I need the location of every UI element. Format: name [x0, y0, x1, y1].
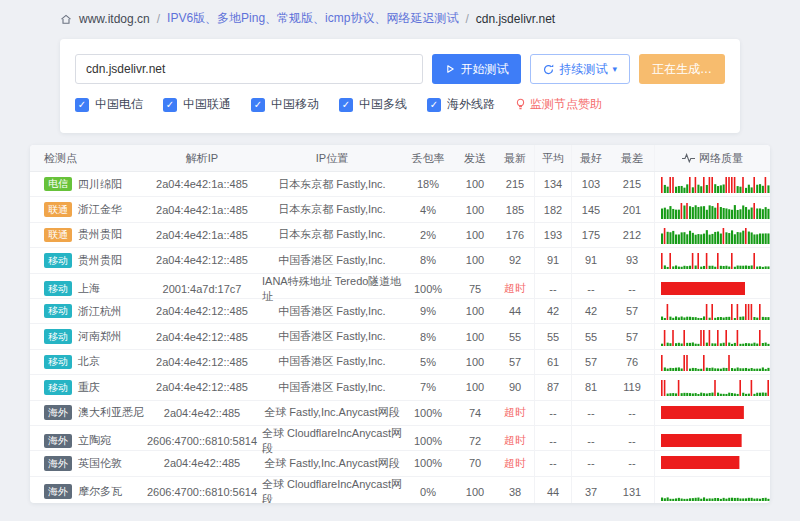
cell-network-quality	[654, 299, 770, 323]
cell-resolved-ip: 2a04:4e42:12::485	[142, 248, 262, 272]
cell-sent: 100	[454, 299, 496, 323]
header-network-quality: 网络质量	[654, 145, 770, 171]
table-header-row: 检测点 解析IP IP位置 丢包率 发送 最新 平均 最好 最差 网络质量	[30, 145, 770, 172]
breadcrumb-site-link[interactable]: www.itdog.cn	[79, 12, 150, 26]
lightbulb-icon	[515, 98, 526, 111]
cell-latest: 38	[496, 477, 534, 503]
cell-node: 联通 浙江金华	[30, 197, 142, 221]
cell-node: 海外 摩尔多瓦	[30, 477, 142, 503]
cell-ip-location: 全球 Fastly,Inc.Anycast网段	[262, 401, 402, 425]
cell-best: 175	[572, 223, 610, 247]
cell-loss-rate: 0%	[402, 477, 454, 503]
table-row: 海外 英国伦敦 2a04:4e42::485 全球 Fastly,Inc.Any…	[30, 451, 770, 476]
cell-worst: 215	[610, 172, 654, 196]
generating-button[interactable]: 正在生成…	[639, 54, 725, 84]
header-average: 平均	[534, 145, 572, 171]
host-input[interactable]	[75, 54, 423, 84]
header-sent: 发送	[454, 145, 496, 171]
checkbox-checked-icon: ✓	[251, 98, 265, 112]
cell-best: 42	[572, 299, 610, 323]
table-body: 电信 四川绵阳 2a04:4e42:1a::485 日本东京都 Fastly,I…	[30, 172, 770, 502]
cell-node: 移动 河南郑州	[30, 324, 142, 348]
cell-best: 37	[572, 477, 610, 503]
location-label: 浙江金华	[78, 202, 122, 217]
quality-sparkline	[661, 201, 770, 219]
cell-network-quality	[654, 248, 770, 272]
filter-checkbox[interactable]: ✓ 中国联通	[163, 96, 231, 113]
location-label: 四川绵阳	[78, 177, 122, 192]
cell-network-quality	[654, 477, 770, 503]
cell-loss-rate: 5%	[402, 350, 454, 374]
cell-loss-rate: 2%	[402, 223, 454, 247]
filter-checkbox[interactable]: ✓ 中国电信	[75, 96, 143, 113]
cell-average: 182	[534, 197, 572, 221]
cell-worst: 201	[610, 197, 654, 221]
checkbox-checked-icon: ✓	[163, 98, 177, 112]
cell-best: 91	[572, 248, 610, 272]
cell-average: 44	[534, 477, 572, 503]
cell-node: 移动 重庆	[30, 375, 142, 399]
quality-sparkline	[661, 251, 770, 269]
carrier-badge: 海外	[44, 456, 72, 471]
breadcrumb-separator: /	[465, 12, 468, 26]
cell-latest: 215	[496, 172, 534, 196]
carrier-badge: 海外	[44, 434, 72, 449]
filter-checkbox[interactable]: ✓ 海外线路	[427, 96, 495, 113]
cell-worst: 57	[610, 324, 654, 348]
location-label: 立陶宛	[78, 433, 111, 448]
cell-network-quality	[654, 350, 770, 374]
quality-sparkline	[661, 175, 770, 193]
cell-worst: --	[610, 451, 654, 475]
results-table-card: 检测点 解析IP IP位置 丢包率 发送 最新 平均 最好 最差 网络质量 电信…	[30, 145, 770, 503]
cell-resolved-ip: 2a04:4e42:1a::485	[142, 172, 262, 196]
activity-icon	[682, 153, 695, 163]
cell-resolved-ip: 2a04:4e42:12::485	[142, 324, 262, 348]
breadcrumb-section-link[interactable]: IPV6版、多地Ping、常规版、icmp协议、网络延迟测试	[167, 10, 458, 27]
cell-loss-rate: 8%	[402, 248, 454, 272]
header-resolved-ip: 解析IP	[142, 145, 262, 171]
quality-sparkline	[661, 280, 770, 298]
cell-worst: 131	[610, 477, 654, 503]
network-quality-label: 网络质量	[699, 151, 743, 166]
sponsor-link[interactable]: 监测节点赞助	[515, 96, 602, 113]
header-ip-location: IP位置	[262, 145, 402, 171]
filter-row: ✓ 中国电信 ✓ 中国联通 ✓ 中国移动 ✓ 中国多线 ✓ 海外线路 监测节点赞…	[75, 96, 725, 113]
table-row: 电信 四川绵阳 2a04:4e42:1a::485 日本东京都 Fastly,I…	[30, 172, 770, 197]
continuous-test-button[interactable]: 持续测试 ▾	[530, 54, 630, 84]
cell-worst: --	[610, 401, 654, 425]
table-row: 海外 摩尔多瓦 2606:4700::6810:5614 全球 Cloudfla…	[30, 477, 770, 502]
cell-node: 海外 澳大利亚悉尼	[30, 401, 142, 425]
cell-network-quality	[654, 197, 770, 221]
header-node: 检测点	[30, 145, 142, 171]
cell-node: 移动 浙江杭州	[30, 299, 142, 323]
location-label: 摩尔多瓦	[78, 484, 122, 499]
chevron-down-icon: ▾	[612, 65, 617, 74]
cell-ip-location: 日本东京都 Fastly,Inc.	[262, 172, 402, 196]
cell-ip-location: 全球 Fastly,Inc.Anycast网段	[262, 451, 402, 475]
cell-latest: 92	[496, 248, 534, 272]
cell-sent: 100	[454, 324, 496, 348]
filter-label: 中国移动	[271, 96, 319, 113]
filter-checkbox[interactable]: ✓ 中国移动	[251, 96, 319, 113]
location-label: 贵州贵阳	[78, 253, 122, 268]
cell-loss-rate: 18%	[402, 172, 454, 196]
filter-label: 中国联通	[183, 96, 231, 113]
cell-ip-location: 全球 CloudflareIncAnycast网段	[262, 477, 402, 503]
generating-label: 正在生成…	[652, 61, 712, 78]
table-row: 移动 重庆 2a04:4e42:12::485 中国香港区 Fastly,Inc…	[30, 375, 770, 400]
checkbox-checked-icon: ✓	[427, 98, 441, 112]
checkbox-checked-icon: ✓	[75, 98, 89, 112]
table-row: 海外 立陶宛 2606:4700::6810:5814 全球 Cloudflar…	[30, 426, 770, 451]
start-test-button[interactable]: 开始测试	[432, 54, 521, 84]
filter-checkbox[interactable]: ✓ 中国多线	[339, 96, 407, 113]
header-loss-rate: 丢包率	[402, 145, 454, 171]
checkbox-checked-icon: ✓	[339, 98, 353, 112]
carrier-badge: 移动	[44, 304, 72, 319]
cell-node: 移动 贵州贵阳	[30, 248, 142, 272]
cell-best: --	[572, 451, 610, 475]
carrier-badge: 移动	[44, 355, 72, 370]
cell-ip-location: 中国香港区 Fastly,Inc.	[262, 350, 402, 374]
cell-best: 145	[572, 197, 610, 221]
breadcrumb: www.itdog.cn / IPV6版、多地Ping、常规版、icmp协议、网…	[60, 10, 555, 27]
cell-average: --	[534, 451, 572, 475]
